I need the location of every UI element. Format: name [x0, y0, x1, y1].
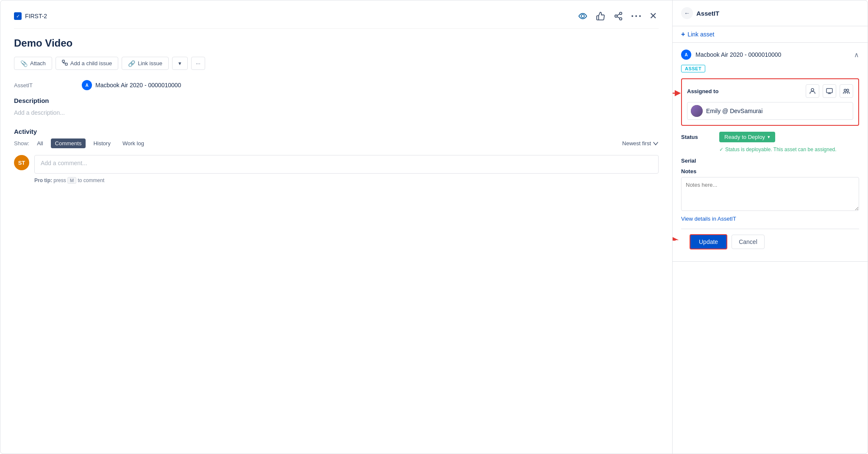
assign-group-icon-btn[interactable]	[840, 84, 853, 98]
svg-point-1	[620, 12, 622, 14]
right-panel-title: AssetIT	[696, 10, 719, 17]
svg-point-8	[639, 15, 641, 17]
issue-title: Demo Video	[14, 37, 659, 49]
svg-rect-10	[65, 63, 67, 65]
red-arrow-assigned	[673, 87, 681, 100]
close-button[interactable]: ✕	[648, 9, 659, 23]
action-buttons-wrapper: Update Cancel	[681, 229, 859, 255]
comment-input-row: ST Add a comment...	[14, 155, 659, 174]
status-row: Status Ready to Deploy ▾	[681, 132, 859, 142]
cancel-button[interactable]: Cancel	[732, 235, 765, 249]
protip-label: Pro tip:	[34, 177, 52, 183]
link-issue-icon: 🔗	[128, 60, 135, 67]
update-button[interactable]: Update	[690, 234, 727, 249]
link-issue-button[interactable]: 🔗 Link issue	[122, 57, 169, 70]
user-avatar: ST	[14, 155, 29, 170]
activity-filter-row: Show: All Comments History Work log Newe…	[14, 138, 659, 148]
description-label: Description	[14, 97, 659, 104]
tab-all[interactable]: All	[33, 138, 47, 148]
svg-line-5	[617, 14, 620, 16]
attach-icon: 📎	[20, 60, 28, 67]
svg-rect-14	[826, 89, 832, 93]
comment-placeholder: Add a comment...	[41, 160, 87, 166]
svg-point-0	[581, 14, 584, 17]
checkmark-icon: ✓	[719, 147, 723, 152]
add-child-icon	[62, 60, 68, 67]
link-issue-label: Link issue	[138, 60, 162, 66]
svg-point-16	[847, 89, 849, 91]
asset-card-header: A Macbook Air 2020 - 0000010000 ∧	[681, 50, 859, 60]
issue-checkbox-icon	[14, 12, 22, 20]
action-buttons-bar: 📎 Attach Add a child issue 🔗 Link issue …	[14, 57, 659, 70]
assign-computer-icon-btn[interactable]	[823, 84, 836, 98]
link-asset-label: Link asset	[687, 31, 714, 38]
share-button[interactable]	[612, 10, 625, 22]
asset-card-icon: A	[681, 50, 691, 60]
watch-button[interactable]	[576, 10, 589, 22]
status-note-text: Status is deployable. This asset can be …	[725, 147, 837, 152]
avatar-initials: ST	[18, 160, 25, 166]
comment-input[interactable]: Add a comment...	[34, 155, 659, 174]
protip-text: Pro tip: press M to comment	[34, 177, 659, 184]
more-options-button[interactable]	[630, 13, 643, 19]
more-actions-icon: ···	[196, 60, 200, 66]
description-placeholder[interactable]: Add a description...	[14, 108, 659, 118]
status-chevron-icon: ▾	[768, 134, 770, 140]
asset-card-name: A Macbook Air 2020 - 0000010000	[681, 50, 781, 60]
asset-it-value[interactable]: A Macbook Air 2020 - 0000010000	[82, 80, 181, 90]
asset-card-name-text: Macbook Air 2020 - 0000010000	[696, 51, 781, 58]
issue-id-badge: FIRST-2	[14, 12, 47, 20]
assign-person-icon-btn[interactable]	[806, 84, 819, 98]
notes-textarea[interactable]	[681, 177, 859, 211]
assign-type-icons	[806, 84, 853, 98]
protip-key: M	[67, 177, 76, 184]
view-details-link[interactable]: View details in AssetIT	[681, 216, 859, 222]
asset-it-label: AssetIT	[14, 82, 82, 89]
add-child-issue-button[interactable]: Add a child issue	[56, 57, 118, 70]
status-badge[interactable]: Ready to Deploy ▾	[719, 132, 775, 142]
status-value: Ready to Deploy	[724, 134, 765, 140]
more-actions-button[interactable]: ···	[191, 57, 205, 70]
issue-id-text: FIRST-2	[25, 13, 47, 19]
newest-first-label: Newest first	[622, 140, 651, 147]
notes-section: Notes	[681, 168, 859, 212]
link-asset-plus-icon: +	[681, 30, 685, 38]
serial-label: Serial	[681, 158, 859, 164]
attach-button[interactable]: 📎 Attach	[14, 57, 52, 70]
svg-point-15	[844, 89, 846, 91]
notes-label: Notes	[681, 168, 859, 174]
asset-it-field: AssetIT A Macbook Air 2020 - 0000010000	[14, 80, 659, 90]
svg-line-4	[617, 17, 620, 18]
asset-card: A Macbook Air 2020 - 0000010000 ∧ ASSET …	[673, 43, 868, 262]
asset-it-icon: A	[82, 80, 92, 90]
bottom-actions-bar: Update Cancel	[681, 229, 859, 255]
right-panel: ← AssetIT + Link asset A Macbook Air 202…	[673, 0, 868, 454]
newest-first-btn[interactable]: Newest first	[622, 140, 659, 147]
serial-row: Serial	[681, 158, 859, 164]
tab-worklog[interactable]: Work log	[118, 138, 148, 148]
assignee-avatar-img	[691, 105, 703, 117]
activity-section: Activity Show: All Comments History Work…	[14, 128, 659, 184]
status-note: ✓ Status is deployable. This asset can b…	[681, 147, 859, 152]
status-label: Status	[681, 134, 715, 140]
assigned-to-row: Assigned to	[687, 84, 853, 98]
attach-label: Attach	[30, 60, 46, 66]
asset-collapse-button[interactable]: ∧	[854, 51, 859, 59]
expand-icon: ▾	[178, 60, 181, 66]
expand-button[interactable]: ▾	[172, 57, 188, 70]
tab-comments[interactable]: Comments	[51, 138, 86, 148]
assignee-name: Emily @ DevSamurai	[706, 108, 762, 114]
tab-history[interactable]: History	[89, 138, 114, 148]
back-button[interactable]: ←	[681, 7, 693, 19]
assignee-avatar	[691, 105, 703, 117]
red-arrow-update	[673, 234, 679, 246]
svg-point-6	[632, 15, 633, 17]
link-asset-button[interactable]: + Link asset	[673, 26, 868, 43]
assigned-box: Assigned to	[681, 78, 859, 126]
like-button[interactable]	[594, 10, 607, 22]
svg-point-3	[620, 18, 622, 20]
asset-badge: ASSET	[681, 65, 705, 72]
add-child-label: Add a child issue	[70, 60, 112, 66]
right-panel-header: ← AssetIT	[673, 0, 868, 26]
svg-point-7	[635, 15, 637, 17]
